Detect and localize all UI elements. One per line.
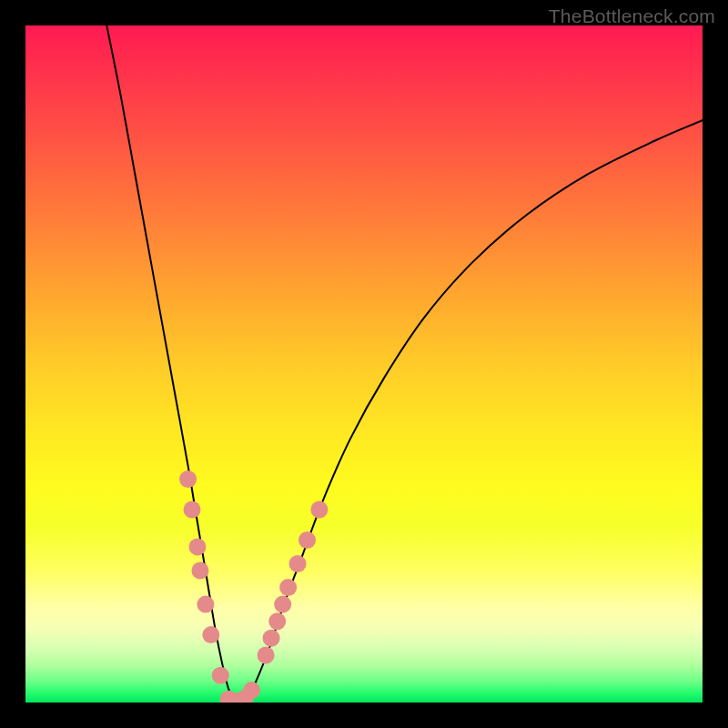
marker-point (289, 555, 307, 572)
marker-point (191, 561, 208, 579)
curve-line (106, 25, 703, 703)
chart-overlay (25, 25, 703, 703)
marker-point (179, 470, 197, 488)
marker-point (243, 682, 260, 699)
marker-point (310, 500, 328, 518)
marker-point (274, 596, 291, 613)
marker-point (188, 538, 206, 555)
marker-point (184, 500, 201, 518)
marker-point (212, 667, 229, 684)
marker-point (268, 612, 286, 630)
marker-point (263, 630, 280, 647)
marker-point (197, 596, 214, 613)
marker-point (279, 579, 297, 596)
attribution-watermark: TheBottleneck.com (549, 5, 715, 27)
marker-point (298, 531, 316, 549)
marker-point (202, 626, 219, 643)
marker-point (258, 646, 275, 663)
chart-plot-area (25, 25, 703, 703)
